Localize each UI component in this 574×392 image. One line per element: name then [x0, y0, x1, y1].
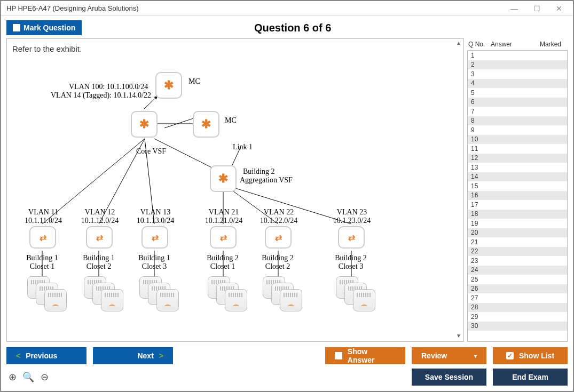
question-row[interactable]: 11 [468, 144, 567, 154]
main-row: ▲ ▼ Refer to the exhibit. [6, 38, 568, 342]
question-row[interactable]: 18 [468, 210, 567, 219]
question-row[interactable]: 30 [468, 322, 567, 331]
mark-label: Mark Question [23, 23, 75, 32]
vlan14-label: VLAN 14 (Tagged): 10.1.14.0/22 [51, 91, 151, 100]
previous-button[interactable]: < Previous [6, 347, 87, 364]
question-row[interactable]: 6 [468, 98, 567, 107]
ap-icon [280, 289, 302, 311]
question-row[interactable]: 29 [468, 312, 567, 322]
ap-icon [353, 289, 375, 311]
vlan100-label: VLAN 100: 10.1.100.0/24 [69, 83, 148, 91]
question-row[interactable]: 2 [468, 60, 567, 70]
dropdown-icon: ▾ [474, 353, 477, 359]
ap-icon [225, 289, 247, 311]
question-row[interactable]: 17 [468, 200, 567, 210]
exhibit-diagram: VLAN 100: 10.1.100.0/24 VLAN 14 (Tagged)… [12, 53, 455, 323]
question-row[interactable]: 14 [468, 172, 567, 182]
zoom-reset-icon[interactable]: 🔍 [22, 371, 34, 383]
vlan-name: VLAN 21 [202, 208, 245, 217]
closet-label: Closet 3 [332, 262, 370, 271]
scroll-down-icon[interactable]: ▼ [455, 333, 462, 340]
question-row[interactable]: 9 [468, 125, 567, 135]
zoom-in-icon[interactable]: ⊕ [6, 371, 18, 383]
question-row[interactable]: 28 [468, 303, 567, 313]
bldg-label: Building 2 [201, 254, 244, 262]
ap-icon [156, 289, 179, 311]
question-row[interactable]: 24 [468, 266, 567, 275]
show-list-check-icon: ✓ [506, 352, 514, 359]
save-session-label: Save Session [425, 373, 473, 381]
access-switch-icon: ⇄ [141, 226, 168, 249]
window-title: HP HPE6-A47 (Designing Aruba Solutions) [4, 4, 139, 12]
question-row[interactable]: 13 [468, 163, 567, 172]
access-switch-icon: ⇄ [86, 226, 113, 249]
question-row[interactable]: 15 [468, 181, 567, 191]
sidebar-list[interactable]: 1234567891011121314151617181920212223242… [467, 50, 568, 342]
question-row[interactable]: 21 [468, 237, 567, 247]
vlan-name: VLAN 22 [257, 208, 300, 217]
question-row[interactable]: 8 [468, 116, 567, 126]
question-row[interactable]: 4 [468, 79, 567, 89]
vlan-name: VLAN 13 [134, 208, 177, 217]
mark-checkbox-icon [13, 24, 20, 31]
question-row[interactable]: 27 [468, 293, 567, 303]
minimize-button[interactable]: — [504, 2, 525, 15]
bldg2-agg-device-icon: ✱ [210, 165, 237, 192]
vlan-subnet: 10.1.22.0/24 [254, 217, 303, 225]
question-row[interactable]: 20 [468, 228, 567, 238]
footer-row-1: < Previous Next > Show Answer Review ▾ ✓… [6, 342, 568, 364]
question-row[interactable]: 26 [468, 284, 567, 294]
ap-icon [101, 289, 123, 311]
question-row[interactable]: 10 [468, 135, 567, 145]
maximize-button[interactable]: ☐ [526, 2, 547, 15]
vlan-name: VLAN 12 [78, 208, 121, 217]
scroll-up-icon[interactable]: ▲ [455, 40, 462, 47]
end-exam-label: End Exam [512, 373, 548, 381]
col-answer-header: Answer [491, 41, 540, 48]
bldg2agg-l2: Aggregation VSF [240, 176, 293, 185]
mark-question-button[interactable]: Mark Question [6, 20, 82, 35]
action-buttons: Show Answer Review ▾ ✓ Show List [325, 347, 568, 364]
show-answer-checkbox-icon [335, 352, 342, 359]
question-list-sidebar: Q No. Answer Marked 12345678910111213141… [467, 38, 568, 342]
question-row[interactable]: 12 [468, 154, 567, 163]
question-row[interactable]: 3 [468, 69, 567, 79]
closet-label: Closet 2 [80, 262, 118, 271]
next-button[interactable]: Next > [93, 347, 173, 364]
question-row[interactable]: 1 [468, 51, 567, 60]
question-text: Refer to the exhibit. [12, 44, 458, 53]
review-button[interactable]: Review ▾ [412, 347, 486, 364]
vlan-subnet: 10.1.12.0/24 [75, 217, 124, 225]
bldg-label: Building 1 [77, 254, 120, 262]
question-pane[interactable]: ▲ ▼ Refer to the exhibit. [6, 38, 464, 342]
question-row[interactable]: 22 [468, 247, 567, 257]
mc2-device-icon: ✱ [193, 111, 219, 138]
show-list-button[interactable]: ✓ Show List [493, 347, 568, 364]
access-switch-icon: ⇄ [338, 226, 365, 249]
svg-line-2 [164, 117, 196, 128]
save-session-button[interactable]: Save Session [412, 369, 486, 386]
question-row[interactable]: 19 [468, 219, 567, 228]
chevron-right-icon: > [159, 351, 163, 360]
end-exam-button[interactable]: End Exam [493, 369, 568, 386]
question-row[interactable]: 16 [468, 191, 567, 201]
col-qno-header: Q No. [468, 41, 491, 48]
mc1-device-icon: ✱ [155, 72, 182, 99]
closet-label: Closet 1 [23, 262, 61, 271]
question-row[interactable]: 5 [468, 88, 567, 98]
window-controls: — ☐ ✕ [504, 2, 570, 15]
mc2-label: MC [225, 116, 237, 125]
show-answer-button[interactable]: Show Answer [325, 347, 405, 364]
previous-label: Previous [26, 351, 57, 360]
bldg-label: Building 1 [133, 254, 176, 262]
titlebar: HP HPE6-A47 (Designing Aruba Solutions) … [1, 1, 573, 16]
close-button[interactable]: ✕ [548, 2, 570, 15]
question-row[interactable]: 25 [468, 275, 567, 284]
access-switch-icon: ⇄ [210, 226, 237, 249]
bldg-label: Building 2 [329, 254, 372, 262]
bldg-label: Building 2 [256, 254, 299, 262]
zoom-out-icon[interactable]: ⊖ [38, 371, 50, 383]
question-row[interactable]: 23 [468, 256, 567, 266]
vlan-subnet: 10.1.23.0/24 [327, 217, 376, 225]
question-row[interactable]: 7 [468, 107, 567, 116]
